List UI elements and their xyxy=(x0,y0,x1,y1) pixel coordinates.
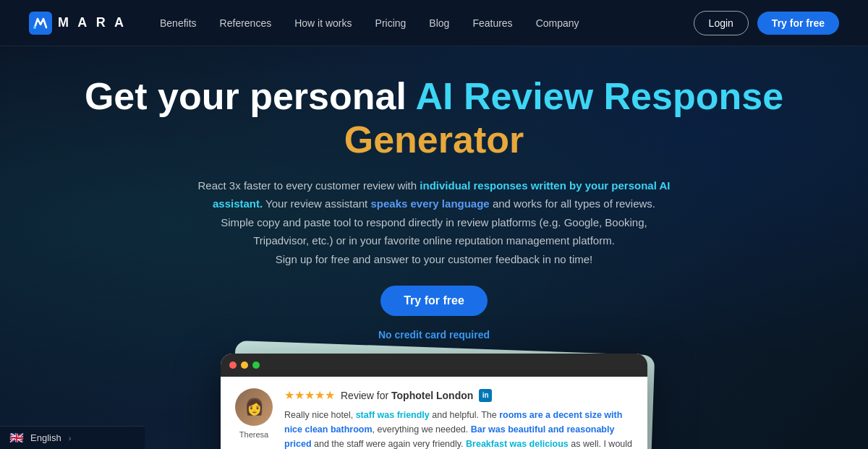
logo[interactable]: M A R A xyxy=(29,12,127,35)
navbar: M A R A Benefits References How it works… xyxy=(0,0,868,46)
language-label: English xyxy=(30,432,61,443)
avatar-name: Theresa xyxy=(239,430,268,439)
chevron-right-icon: › xyxy=(69,434,72,442)
logo-text: M A R A xyxy=(58,15,127,30)
card-body: 👩 Theresa ★★★★★ Review for Tophotel Lond… xyxy=(221,377,647,449)
nav-features[interactable]: Features xyxy=(462,13,522,33)
nav-links: Benefits References How it works Pricing… xyxy=(150,13,694,33)
hero-title-generator: Generator xyxy=(344,119,524,161)
nav-blog[interactable]: Blog xyxy=(419,13,459,33)
nav-actions: Login Try for free xyxy=(694,11,839,35)
nav-company[interactable]: Company xyxy=(526,13,590,33)
linkedin-icon: in xyxy=(479,389,492,402)
login-button[interactable]: Login xyxy=(694,11,749,35)
try-for-free-nav-button[interactable]: Try for free xyxy=(757,12,839,35)
avatar: 👩 xyxy=(235,388,273,426)
hotel-name: Tophotel London xyxy=(391,390,473,401)
titlebar-dot-red xyxy=(229,362,237,369)
hero-subtitle: React 3x faster to every customer review… xyxy=(195,176,673,269)
review-content: ★★★★★ Review for Tophotel London in Real… xyxy=(284,388,633,449)
flag-icon: 🇬🇧 xyxy=(9,432,25,443)
avatar-section: 👩 Theresa xyxy=(235,388,273,449)
highlight-language: speaks every language xyxy=(370,197,489,210)
hero-title-ai: AI Review Response xyxy=(415,75,783,117)
titlebar-dot-yellow xyxy=(241,362,248,369)
nav-references[interactable]: References xyxy=(210,13,282,33)
card-titlebar xyxy=(221,354,647,377)
nav-how-it-works[interactable]: How it works xyxy=(284,13,362,33)
review-stars: ★★★★★ xyxy=(284,388,335,402)
hero-section: Get your personal AI Review Response Gen… xyxy=(0,46,868,341)
highlight-staff: staff was friendly xyxy=(356,410,430,420)
main-demo-card: 👩 Theresa ★★★★★ Review for Tophotel Lond… xyxy=(221,354,647,449)
language-bar[interactable]: 🇬🇧 English › xyxy=(0,426,145,449)
highlight-breakfast: Breakfast was delicious xyxy=(466,439,569,449)
review-for-label: Review for Tophotel London xyxy=(341,390,473,401)
review-text: Really nice hotel, staff was friendly an… xyxy=(284,408,633,449)
hero-title-part1: Get your personal xyxy=(85,75,416,117)
hero-cta-button[interactable]: Try for free xyxy=(380,286,488,316)
review-header: ★★★★★ Review for Tophotel London in xyxy=(284,388,633,402)
hero-title: Get your personal AI Review Response Gen… xyxy=(29,75,839,162)
titlebar-dot-green xyxy=(252,362,260,369)
nav-pricing[interactable]: Pricing xyxy=(365,13,417,33)
no-credit-text: No credit card required xyxy=(29,329,839,341)
nav-benefits[interactable]: Benefits xyxy=(150,13,207,33)
svg-point-1 xyxy=(33,26,36,29)
